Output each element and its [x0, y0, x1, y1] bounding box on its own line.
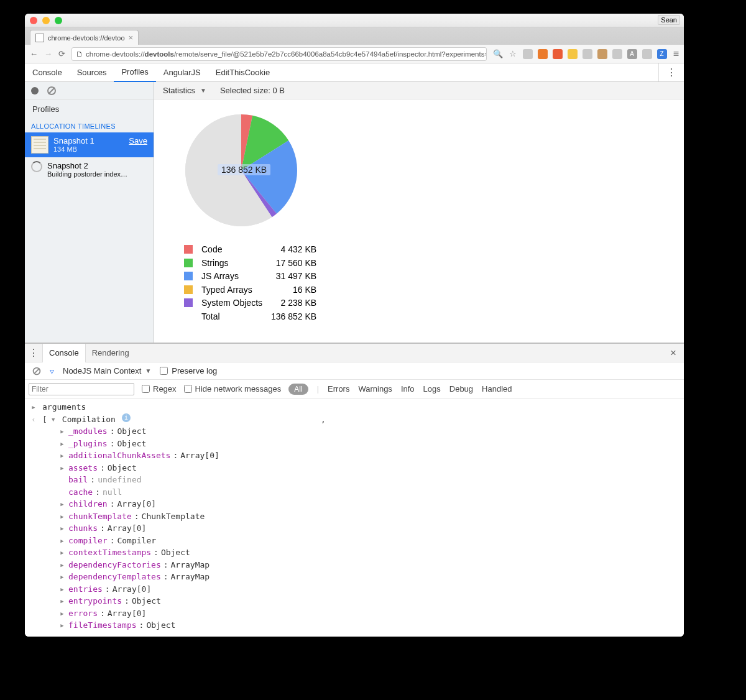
console-output[interactable]: ▸ arguments ‹ [ ▾ Compilation i , ▸_modu… — [25, 398, 684, 637]
level-filter-debug[interactable]: Debug — [449, 384, 473, 394]
ext-icon[interactable]: A — [627, 49, 637, 59]
chrome-tab[interactable]: chrome-devtools://devtoo × — [30, 30, 139, 45]
star-icon[interactable]: ☆ — [509, 49, 517, 58]
hide-network-checkbox[interactable] — [184, 385, 192, 393]
expand-icon[interactable]: ▸ — [31, 401, 39, 413]
favicon-icon — [35, 34, 44, 42]
ext-icon[interactable] — [553, 49, 563, 59]
object-property[interactable]: ▸contextTimestamps: Object — [60, 546, 678, 559]
level-filter-info[interactable]: Info — [401, 384, 415, 394]
expand-icon[interactable]: ▸ — [60, 595, 66, 607]
hide-network-toggle[interactable]: Hide network messages — [184, 384, 282, 394]
ext-icon[interactable] — [642, 49, 652, 59]
expand-icon[interactable] — [60, 486, 66, 499]
level-filter-warnings[interactable]: Warnings — [358, 384, 392, 394]
devtools-tab-console[interactable]: Console — [25, 63, 70, 82]
console-row[interactable]: ‹ [ ▾ Compilation i , — [31, 413, 678, 426]
expand-icon[interactable]: ▸ — [60, 522, 66, 535]
object-property[interactable]: ▸additionalChunkAssets: Array[0] — [60, 449, 678, 462]
minimize-window-button[interactable] — [42, 17, 50, 24]
clear-console-button[interactable] — [33, 367, 41, 375]
ext-icon[interactable] — [538, 49, 548, 59]
devtools-more-icon[interactable]: ⋮ — [658, 63, 684, 81]
address-bar[interactable]: 🗋 chrome-devtools:// devtools /remote/se… — [71, 47, 487, 61]
console-row[interactable]: ▸ arguments — [31, 401, 678, 413]
filter-input[interactable] — [29, 383, 134, 395]
object-property[interactable]: bail: undefined — [60, 474, 678, 486]
preserve-log-checkbox[interactable] — [160, 367, 168, 375]
context-selector[interactable]: NodeJS Main Context ▼ — [63, 366, 151, 375]
reload-button[interactable]: ⟳ — [58, 49, 65, 58]
chrome-profile-badge[interactable]: Sean — [658, 15, 680, 25]
regex-checkbox[interactable] — [142, 385, 150, 393]
preserve-log-toggle[interactable]: Preserve log — [160, 366, 217, 375]
snapshot-item[interactable]: Snapshot 1134 MBSave — [25, 132, 154, 157]
ext-icon[interactable] — [612, 49, 622, 59]
object-property[interactable]: ▸dependencyTemplates: ArrayMap — [60, 571, 678, 583]
devtools-tab-editthiscookie[interactable]: EditThisCookie — [208, 63, 277, 82]
level-filter-handled[interactable]: Handled — [482, 384, 512, 394]
zoom-window-button[interactable] — [55, 17, 62, 24]
object-property[interactable]: ▸dependencyFactories: ArrayMap — [60, 559, 678, 571]
filter-icon[interactable]: ▿ — [50, 366, 54, 376]
expand-icon[interactable]: ▸ — [60, 619, 66, 632]
drawer-tab-rendering[interactable]: Rendering — [86, 344, 136, 362]
forward-button[interactable]: → — [44, 49, 52, 58]
expand-icon[interactable]: ▸ — [60, 449, 66, 462]
level-filter-errors[interactable]: Errors — [328, 384, 349, 394]
expand-icon[interactable]: ▸ — [60, 510, 66, 523]
ext-icon[interactable] — [568, 49, 578, 59]
ext-icon[interactable] — [597, 49, 607, 59]
object-property[interactable]: ▸_modules: Object — [60, 425, 678, 438]
clear-button[interactable] — [47, 86, 56, 95]
object-property[interactable]: ▸fileTimestamps: Object — [60, 619, 678, 632]
devtools-tab-angularjs[interactable]: AngularJS — [156, 63, 208, 82]
record-button[interactable] — [31, 87, 39, 94]
object-property[interactable]: ▸errors: Array[0] — [60, 607, 678, 620]
object-property[interactable]: ▸entrypoints: Object — [60, 595, 678, 607]
expand-icon[interactable]: ▸ — [60, 438, 66, 450]
devtools-tab-sources[interactable]: Sources — [70, 63, 114, 82]
drawer-tab-console[interactable]: Console — [42, 344, 86, 362]
zoom-icon[interactable]: 🔍 — [493, 49, 503, 58]
expand-icon[interactable]: ▸ — [60, 498, 66, 510]
expand-icon[interactable]: ▸ — [60, 571, 66, 583]
level-filter-all[interactable]: All — [288, 384, 308, 395]
chrome-menu-icon[interactable]: ≡ — [673, 48, 679, 60]
expand-icon[interactable]: ▸ — [60, 462, 66, 474]
expand-icon[interactable] — [60, 474, 66, 486]
expand-icon[interactable]: ▸ — [60, 546, 66, 559]
expand-icon[interactable]: ▸ — [60, 583, 66, 596]
property-value: Compiler — [117, 535, 156, 547]
ext-icon[interactable]: Z — [657, 49, 667, 59]
object-property[interactable]: ▸chunks: Array[0] — [60, 522, 678, 535]
object-property[interactable]: cache: null — [60, 486, 678, 499]
object-property[interactable]: ▸entries: Array[0] — [60, 583, 678, 596]
expand-icon[interactable]: ▸ — [60, 559, 66, 571]
expand-icon[interactable]: ▸ — [60, 535, 66, 547]
drawer-more-icon[interactable]: ⋮ — [25, 347, 42, 359]
info-icon[interactable]: i — [122, 413, 131, 422]
close-window-button[interactable] — [30, 17, 37, 24]
close-tab-icon[interactable]: × — [129, 33, 134, 42]
snapshot-item[interactable]: Snapshot 2Building postorder index… — [25, 157, 154, 182]
ext-icon[interactable] — [523, 49, 533, 59]
object-property[interactable]: ▸children: Array[0] — [60, 498, 678, 510]
ext-icon[interactable] — [583, 49, 592, 59]
close-drawer-icon[interactable]: × — [663, 347, 684, 359]
legend-name: Typed Arrays — [198, 284, 266, 297]
object-property[interactable]: ▸_plugins: Object — [60, 438, 678, 450]
view-selector[interactable]: Statistics ▼ — [163, 86, 206, 95]
level-filter-logs[interactable]: Logs — [423, 384, 441, 394]
expand-icon[interactable]: ▸ — [60, 425, 66, 438]
object-property[interactable]: ▸compiler: Compiler — [60, 535, 678, 547]
property-value: Array[0] — [108, 522, 147, 535]
object-property[interactable]: ▸assets: Object — [60, 462, 678, 474]
expand-icon[interactable]: ▾ — [51, 413, 58, 426]
regex-toggle[interactable]: Regex — [142, 384, 177, 394]
back-button[interactable]: ← — [30, 49, 38, 58]
expand-icon[interactable]: ▸ — [60, 607, 66, 620]
object-property[interactable]: ▸chunkTemplate: ChunkTemplate — [60, 510, 678, 523]
snapshot-save-link[interactable]: Save — [129, 136, 147, 145]
devtools-tab-profiles[interactable]: Profiles — [114, 63, 155, 82]
